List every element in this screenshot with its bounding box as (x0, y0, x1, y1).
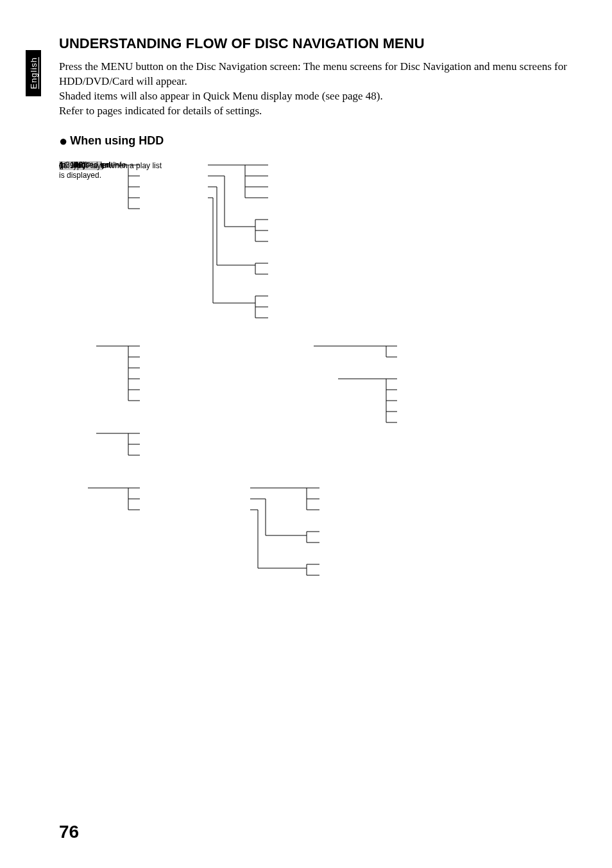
intro-line-2: Shaded items will also appear in Quick M… (59, 90, 383, 102)
program-lines (59, 430, 226, 462)
intro-line-3: Refer to pages indicated for details of … (59, 105, 262, 117)
bullet-icon: ● (59, 133, 67, 149)
intro-line-1: Press the MENU button on the Disc Naviga… (59, 60, 567, 87)
others-lines (59, 484, 444, 587)
page-title: UNDERSTANDING FLOW OF DISC NAVIGATION ME… (59, 35, 585, 52)
page-content: UNDERSTANDING FLOW OF DISC NAVIGATION ME… (59, 35, 585, 161)
scene-lines (59, 161, 444, 328)
section-heading-text: When using HDD (70, 134, 164, 147)
goto-lines (287, 342, 428, 361)
playlist-lines (59, 342, 226, 406)
page-number: 76 (59, 822, 79, 842)
section-heading: ●When using HDD (59, 133, 585, 150)
language-tab: English (26, 50, 41, 96)
tv-43-p: (p. 110) (59, 161, 85, 169)
hdd-lines (287, 375, 428, 426)
language-tab-label: English (29, 57, 38, 89)
intro-text: Press the MENU button on the Disc Naviga… (59, 60, 585, 119)
